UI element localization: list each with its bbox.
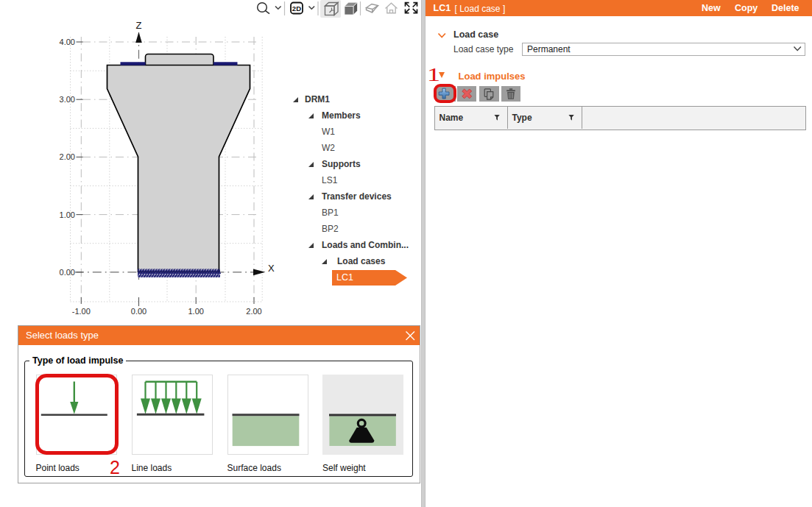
svg-text:1.00: 1.00 <box>60 210 75 219</box>
svg-text:1.00: 1.00 <box>188 307 203 316</box>
svg-text:4.00: 4.00 <box>60 38 75 46</box>
svg-text:Z: Z <box>136 20 142 31</box>
svg-text:0.00: 0.00 <box>60 268 75 277</box>
svg-text:3.00: 3.00 <box>60 95 75 104</box>
svg-text:X: X <box>268 263 275 274</box>
svg-text:0.00: 0.00 <box>131 307 146 316</box>
svg-text:2.00: 2.00 <box>60 152 75 161</box>
svg-text:2.00: 2.00 <box>246 307 261 316</box>
svg-text:-1.00: -1.00 <box>72 307 91 316</box>
